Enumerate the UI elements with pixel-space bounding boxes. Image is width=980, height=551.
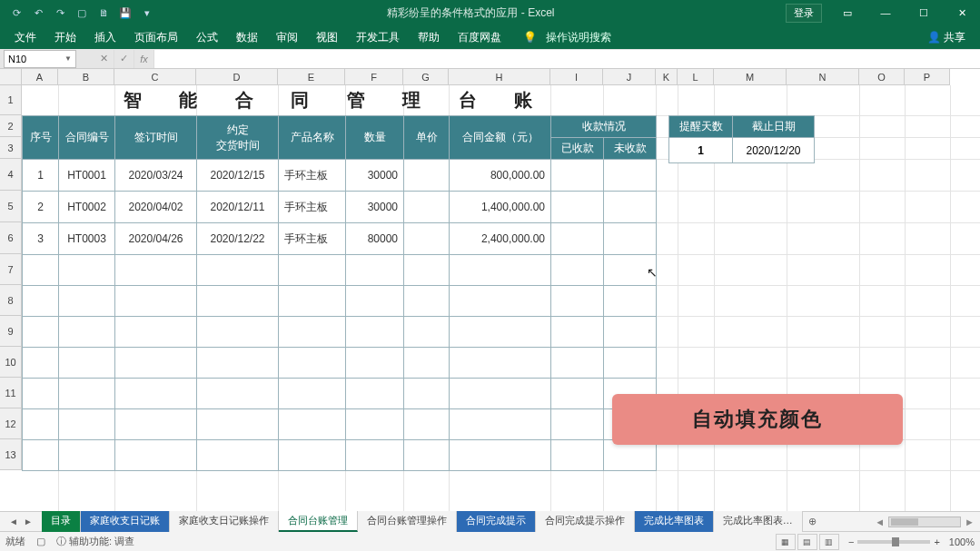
share-button[interactable]: 👤 共享: [927, 30, 965, 45]
empty-cell[interactable]: [450, 317, 551, 348]
row-header-6[interactable]: 6: [0, 222, 22, 254]
empty-cell[interactable]: [404, 440, 450, 471]
row-header-7[interactable]: 7: [0, 254, 22, 285]
empty-cell[interactable]: [346, 409, 404, 440]
cell-prod[interactable]: 手环主板: [279, 160, 346, 192]
cell-unpaid[interactable]: [604, 192, 657, 223]
empty-cell[interactable]: [604, 317, 657, 348]
empty-cell[interactable]: [23, 286, 59, 317]
empty-cell[interactable]: [115, 348, 197, 379]
empty-cell[interactable]: [279, 409, 346, 440]
tab-devtools[interactable]: 开发工具: [347, 26, 409, 49]
sheet-tab[interactable]: 目录: [42, 511, 81, 532]
tab-last-icon[interactable]: ►: [24, 517, 33, 526]
cell-amt[interactable]: 800,000.00: [450, 160, 551, 192]
empty-cell[interactable]: [604, 255, 657, 286]
select-all-corner[interactable]: [0, 69, 22, 85]
empty-cell[interactable]: [551, 317, 604, 348]
cell-price[interactable]: [404, 223, 450, 255]
td-remind[interactable]: 1: [669, 138, 733, 163]
cell-amt[interactable]: 2,400,000.00: [450, 223, 551, 255]
row-header-10[interactable]: 10: [0, 347, 22, 378]
cell-code[interactable]: HT0002: [59, 192, 115, 223]
empty-cell[interactable]: [59, 379, 115, 409]
cancel-formula-icon[interactable]: ✕: [94, 50, 114, 68]
tab-data[interactable]: 数据: [227, 26, 267, 49]
minimize-icon[interactable]: —: [867, 0, 904, 25]
zoom-percent[interactable]: 100%: [949, 536, 975, 547]
row-header-12[interactable]: 12: [0, 408, 22, 439]
worksheet-area[interactable]: ABCDEFGHIJKLMNOP 12345678910111213 智 能 合…: [0, 69, 980, 511]
add-sheet-icon[interactable]: ⊕: [803, 513, 822, 530]
empty-cell[interactable]: [604, 348, 657, 379]
cell-code[interactable]: HT0001: [59, 160, 115, 192]
empty-cell[interactable]: [450, 409, 551, 440]
col-header-H[interactable]: H: [449, 69, 550, 85]
cell-code[interactable]: HT0003: [59, 223, 115, 255]
empty-cell[interactable]: [404, 348, 450, 379]
empty-cell[interactable]: [279, 379, 346, 409]
cell-amt[interactable]: 1,400,000.00: [450, 192, 551, 223]
col-header-F[interactable]: F: [345, 69, 403, 85]
tab-formulas[interactable]: 公式: [187, 26, 227, 49]
cell-prod[interactable]: 手环主板: [279, 223, 346, 255]
col-header-L[interactable]: L: [678, 69, 714, 85]
row-header-11[interactable]: 11: [0, 378, 22, 408]
cell-paid[interactable]: [551, 192, 604, 223]
open-icon[interactable]: 🗎: [94, 4, 113, 22]
new-icon[interactable]: ▢: [73, 4, 91, 22]
row-header-8[interactable]: 8: [0, 285, 22, 316]
row-header-4[interactable]: 4: [0, 159, 22, 191]
empty-cell[interactable]: [197, 348, 279, 379]
save-icon[interactable]: 💾: [116, 4, 134, 22]
cell-price[interactable]: [404, 192, 450, 223]
empty-cell[interactable]: [115, 379, 197, 409]
maximize-icon[interactable]: ☐: [906, 0, 942, 25]
col-header-I[interactable]: I: [550, 69, 603, 85]
sheet-tab[interactable]: 家庭收支日记账: [81, 511, 170, 532]
empty-cell[interactable]: [404, 317, 450, 348]
cell-unpaid[interactable]: [604, 223, 657, 255]
record-macro-icon[interactable]: ▢: [36, 536, 45, 547]
sheet-tab[interactable]: 合同台账管理: [279, 511, 358, 532]
tab-insert[interactable]: 插入: [85, 26, 125, 49]
empty-cell[interactable]: [23, 317, 59, 348]
empty-cell[interactable]: [23, 409, 59, 440]
empty-cell[interactable]: [346, 255, 404, 286]
col-header-P[interactable]: P: [905, 69, 950, 85]
col-header-A[interactable]: A: [22, 69, 58, 85]
row-header-3[interactable]: 3: [0, 137, 22, 159]
empty-cell[interactable]: [551, 409, 604, 440]
empty-cell[interactable]: [197, 286, 279, 317]
empty-cell[interactable]: [404, 286, 450, 317]
empty-cell[interactable]: [346, 348, 404, 379]
cell-qty[interactable]: 30000: [346, 192, 404, 223]
col-header-K[interactable]: K: [656, 69, 678, 85]
empty-cell[interactable]: [346, 317, 404, 348]
cell-sign[interactable]: 2020/03/24: [115, 160, 197, 192]
cell-qty[interactable]: 30000: [346, 160, 404, 192]
empty-cell[interactable]: [197, 379, 279, 409]
close-icon[interactable]: ✕: [944, 0, 980, 25]
col-header-O[interactable]: O: [859, 69, 905, 85]
tab-file[interactable]: 文件: [5, 26, 45, 49]
cell-seq[interactable]: 2: [23, 192, 59, 223]
empty-cell[interactable]: [551, 255, 604, 286]
cell-paid[interactable]: [551, 160, 604, 192]
fx-icon[interactable]: fx: [134, 50, 154, 68]
empty-cell[interactable]: [115, 409, 197, 440]
row-header-13[interactable]: 13: [0, 439, 22, 470]
empty-cell[interactable]: [59, 440, 115, 471]
empty-cell[interactable]: [450, 255, 551, 286]
empty-cell[interactable]: [197, 317, 279, 348]
empty-cell[interactable]: [346, 379, 404, 409]
cell-due[interactable]: 2020/12/15: [197, 160, 279, 192]
col-header-C[interactable]: C: [114, 69, 196, 85]
empty-cell[interactable]: [23, 379, 59, 409]
empty-cell[interactable]: [115, 255, 197, 286]
empty-cell[interactable]: [346, 440, 404, 471]
empty-cell[interactable]: [197, 255, 279, 286]
empty-cell[interactable]: [551, 440, 604, 471]
cell-qty[interactable]: 80000: [346, 223, 404, 255]
empty-cell[interactable]: [450, 440, 551, 471]
